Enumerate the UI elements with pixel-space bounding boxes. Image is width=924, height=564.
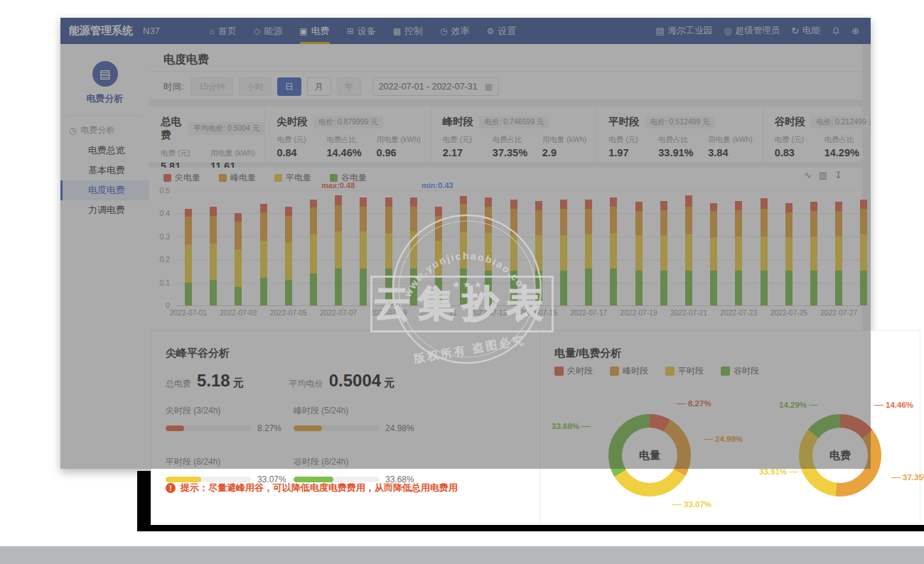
bar-segment [685,195,692,207]
nav-right-item-3[interactable]: ↻电能 [791,25,820,37]
bar-segment [460,232,467,269]
stacked-bar[interactable] [510,200,517,305]
stacked-bar[interactable] [560,200,567,305]
bar-segment [735,237,742,271]
granularity-button-3[interactable]: 日 [277,77,301,96]
nav-item-3[interactable]: ▣电费 [291,18,338,44]
sidebar-item-3[interactable]: 电度电费 [60,180,149,200]
stacked-bar[interactable] [810,202,817,305]
nav-item-6[interactable]: ◷效率 [431,18,478,44]
stacked-bar[interactable] [735,201,742,305]
legend-label: 平时段 [678,365,704,377]
donut-slice-label: 24.98% [704,435,743,443]
stacked-bar[interactable] [460,196,467,305]
bar-segment [310,273,317,305]
donut-legend-item[interactable]: 峰时段 [610,365,648,377]
bar-segment [410,197,417,207]
bottom-decor-band [0,546,924,564]
bar-segment [660,201,667,210]
stat-field-label: 电费占比 [658,135,698,145]
stacked-bar[interactable] [860,200,867,305]
legend-swatch-icon [163,174,171,182]
stacked-bar[interactable] [710,203,717,305]
stacked-bar[interactable] [685,195,692,305]
stacked-bar[interactable] [835,202,842,305]
stat-field: 电费 (元)1.97 [608,135,648,158]
nav-item-1[interactable]: ⌂首页 [201,18,245,44]
legend-item[interactable]: 峰电量 [219,172,256,184]
stacked-bar[interactable] [635,202,643,305]
stacked-bar[interactable] [535,201,542,305]
stacked-bar[interactable] [360,197,367,305]
sidebar-item-2[interactable]: 基本电费 [60,161,149,180]
bar-segment [185,244,192,282]
bell-icon [832,26,840,36]
stacked-bar[interactable] [660,201,667,305]
stacked-bar[interactable] [435,207,442,305]
stacked-bar[interactable] [185,209,192,305]
calendar-icon: ▦ [485,82,493,92]
stacked-bar[interactable] [761,198,768,305]
stacked-bar[interactable] [785,203,793,305]
donut-legend-item[interactable]: 尖时段 [554,365,593,377]
stacked-bar[interactable] [410,197,417,305]
sidebar-item-4[interactable]: 力调电费 [60,200,149,220]
granularity-button-2[interactable]: 小时 [239,77,272,96]
legend-label: 谷时段 [734,365,759,377]
bar-segment [785,203,793,212]
nav-item-4[interactable]: ⊞设备 [338,18,385,44]
bar-segment [860,200,867,209]
granularity-button-4[interactable]: 月 [307,77,331,96]
sidebar-item-1[interactable]: 电费总览 [60,141,149,161]
nav-right-item-1[interactable]: ▤海尔工业园 [656,25,713,37]
stacked-bar[interactable] [585,200,592,305]
stat-field-value: 33.91% [658,147,698,158]
stacked-bar[interactable] [235,213,242,305]
donut-slice-label: 33.91% [759,467,798,476]
nav-item-7[interactable]: ⚙设置 [478,18,525,44]
nav-item-5[interactable]: ▦控制 [385,18,431,44]
bar-chart-icon[interactable]: ▥ [819,170,827,180]
line-chart-icon[interactable]: ∿ [804,170,812,180]
legend-item[interactable]: 平电量 [274,172,311,184]
legend-item[interactable]: 尖电量 [163,172,200,184]
bar-segment [385,207,392,233]
donut-legend-item[interactable]: 谷时段 [721,365,759,377]
stacked-bar[interactable] [485,197,492,305]
bar-segment [810,271,817,305]
progress-fill [166,425,184,431]
progress-fill [294,425,322,431]
bar-segment [460,204,467,232]
date-range-input[interactable]: 2022-07-01 - 2022-07-31 ▦ [372,77,499,96]
bar-segment [185,209,192,217]
granularity-button-1[interactable]: 15分钟 [190,77,232,96]
bar-segment [535,235,542,271]
download-icon[interactable]: ↧ [834,170,842,180]
stacked-bar[interactable] [210,207,217,305]
nav-right-item-4[interactable] [832,26,840,36]
bar-segment [360,197,367,207]
y-axis-tick-label: 0.3 [159,232,170,241]
nav-right-item-2[interactable]: ◎超级管理员 [724,25,780,37]
stacked-bar[interactable] [335,195,342,305]
bar-segment [660,210,667,236]
legend-label: 峰电量 [230,172,256,184]
nav-right-item-5[interactable]: ⊕ [852,26,859,36]
stacked-bar[interactable] [285,207,292,305]
granularity-button-5[interactable]: 年 [337,77,361,96]
stacked-bar[interactable] [310,200,317,305]
card-shadow-bottom [137,525,924,531]
period-label: 尖时段 (3/24h) [166,405,286,417]
stacked-bar[interactable] [610,197,617,305]
stacked-bar[interactable] [385,197,392,305]
donut-slice-label: 37.35% [891,473,924,482]
nav-item-2[interactable]: ◇能源 [245,18,291,44]
price-badge: 电价: 0.879999 元 [313,116,383,129]
bar-segment [210,207,217,216]
gridline [176,190,860,191]
stat-card-title: 平时段 [608,115,640,129]
bar-segment [235,222,242,249]
bar-segment [810,211,817,237]
donut-legend-item[interactable]: 平时段 [665,365,704,377]
stacked-bar[interactable] [260,204,267,305]
